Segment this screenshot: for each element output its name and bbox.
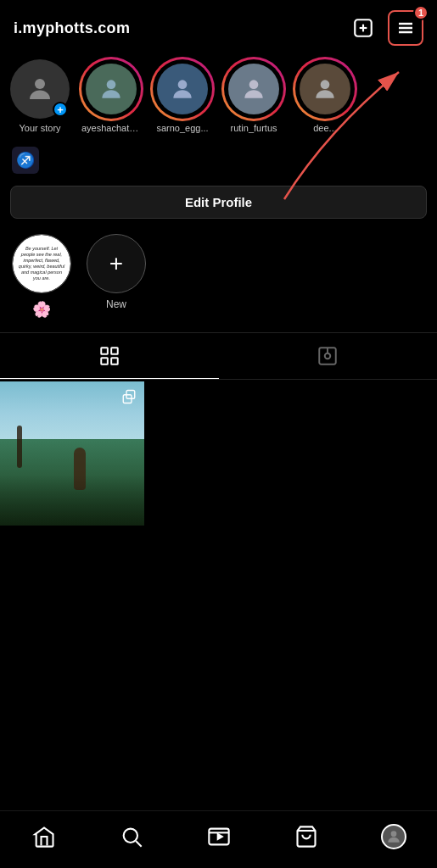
tagged-icon (317, 345, 339, 367)
avatar-icon (25, 74, 55, 104)
tab-tagged[interactable] (219, 333, 438, 379)
nav-home[interactable] (23, 815, 65, 858)
quote-text: Be yourself. Let people see the real, im… (18, 246, 65, 282)
tab-row (0, 332, 437, 380)
story-item-3[interactable]: rutin_furtus (224, 59, 283, 133)
story-label-3: rutin_furtus (230, 123, 277, 133)
menu-button[interactable]: 1 (388, 10, 423, 46)
story-ring-2 (150, 57, 215, 121)
svg-marker-24 (216, 832, 223, 840)
username: i.myphotts.com (14, 19, 130, 37)
story-item-2[interactable]: sarno_egg... (153, 59, 212, 133)
story-3-avatar-wrap (224, 59, 283, 119)
post-1[interactable] (0, 381, 144, 526)
svg-point-27 (390, 831, 396, 837)
story-item-your-story[interactable]: + Your story (10, 59, 70, 133)
zodiac-row: ♐ (0, 143, 437, 181)
story-2-avatar-wrap (153, 59, 212, 119)
nav-reels[interactable] (198, 815, 240, 858)
grid-icon (98, 345, 120, 367)
your-story-avatar-wrap: + (10, 59, 70, 119)
add-story-badge: + (53, 102, 68, 117)
person-icon-3 (240, 75, 267, 103)
story-label-1: ayeshachathi... (81, 123, 141, 133)
svg-rect-15 (111, 358, 118, 364)
story-4-avatar-wrap (295, 59, 355, 119)
story-label-2: sarno_egg... (156, 123, 208, 133)
story-ring-4 (293, 57, 357, 121)
highlights-row: Be yourself. Let people see the real, im… (0, 231, 437, 332)
home-icon (32, 825, 56, 849)
story-avatar-2 (157, 64, 208, 114)
zodiac-icon[interactable]: ♐ (12, 147, 39, 174)
posts-grid (0, 380, 437, 529)
story-ring-inner-2 (153, 59, 212, 119)
nav-profile[interactable] (373, 815, 415, 858)
story-item-1[interactable]: ayeshachathi... (81, 59, 141, 133)
svg-point-8 (107, 80, 116, 89)
profile-avatar (381, 824, 406, 849)
stories-row: + Your story ayeshachathi... (0, 53, 437, 143)
story-ring (79, 57, 143, 121)
story-ring-inner-3 (224, 59, 283, 119)
edit-profile-button[interactable]: Edit Profile (10, 186, 427, 219)
svg-point-9 (178, 80, 188, 89)
story-avatar-1 (86, 64, 137, 114)
header: i.myphotts.com 1 (0, 0, 437, 53)
story-avatar-4 (300, 64, 350, 114)
svg-rect-14 (101, 358, 108, 364)
header-icons: 1 (347, 10, 423, 46)
plus-square-icon (352, 17, 374, 39)
search-icon (120, 825, 143, 849)
svg-point-10 (249, 80, 259, 89)
story-ring-inner (81, 59, 141, 119)
shop-icon (294, 825, 318, 849)
highlight-circle-1: Be yourself. Let people see the real, im… (12, 234, 71, 293)
highlight-item-1[interactable]: Be yourself. Let people see the real, im… (12, 234, 71, 319)
person-silhouette (74, 448, 86, 490)
grid-row-1 (0, 381, 437, 526)
svg-point-7 (35, 79, 45, 89)
person-icon (98, 75, 125, 103)
svg-rect-13 (111, 348, 118, 354)
story-item-4[interactable]: dee... (295, 59, 355, 133)
bottom-nav (0, 810, 437, 868)
plus-icon: + (109, 252, 123, 275)
hamburger-icon (395, 18, 416, 38)
story-ring-inner-4 (295, 59, 355, 119)
cherry-blossom-icon: 🌸 (32, 300, 51, 319)
add-content-button[interactable] (347, 12, 379, 44)
nav-search[interactable] (110, 815, 153, 858)
quote-content: Be yourself. Let people see the real, im… (13, 235, 70, 292)
multi-post-icon (120, 388, 137, 405)
story-ring-3 (221, 57, 286, 121)
story-1-avatar-wrap (81, 59, 141, 119)
story-label-4: dee... (313, 123, 337, 133)
tree-trunk (17, 426, 22, 468)
svg-rect-12 (101, 348, 108, 354)
person-icon-2 (169, 75, 196, 103)
highlight-item-new[interactable]: + New (87, 234, 146, 319)
highlight-circle-new: + (87, 234, 146, 293)
story-label-your-story: Your story (19, 123, 60, 133)
svg-point-11 (321, 80, 330, 89)
tab-grid[interactable] (0, 333, 219, 379)
svg-point-17 (325, 353, 331, 359)
profile-avatar-icon (385, 828, 402, 845)
notification-badge: 1 (413, 5, 429, 20)
svg-point-21 (123, 828, 137, 842)
svg-line-22 (136, 841, 141, 846)
nav-shop[interactable] (285, 815, 328, 858)
story-avatar-3 (228, 64, 279, 114)
reels-icon (207, 825, 231, 849)
highlight-label-new: New (106, 298, 126, 310)
person-icon-4 (311, 75, 339, 103)
post-thumbnail-1 (0, 381, 144, 526)
copy-icon (121, 389, 137, 404)
